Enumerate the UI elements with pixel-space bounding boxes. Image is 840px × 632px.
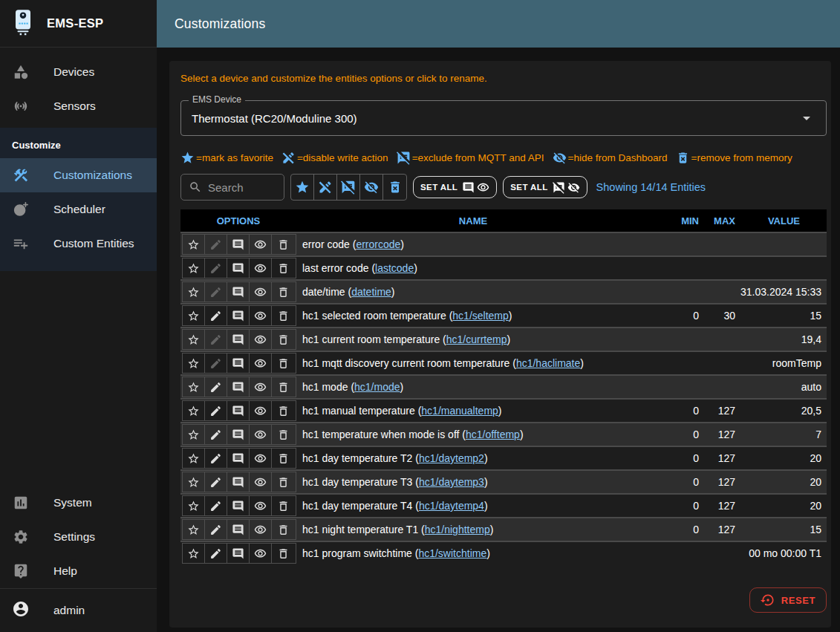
visibility-button[interactable]	[250, 282, 272, 302]
sidebar-item-devices[interactable]: Devices	[0, 55, 157, 89]
edit-icon[interactable]	[205, 449, 227, 468]
delete-button[interactable]	[272, 449, 294, 468]
entity-name[interactable]: hc1 current room temperature (hc1/currte…	[296, 333, 650, 345]
entity-name[interactable]: date/time (datetime)	[296, 286, 650, 298]
entity-shortname-link[interactable]: hc1/seltemp	[452, 310, 508, 322]
favorite-star-button[interactable]	[183, 306, 205, 325]
entity-name[interactable]: hc1 temperature when mode is off (hc1/of…	[296, 429, 650, 440]
delete-button[interactable]	[272, 496, 294, 515]
edit-icon[interactable]	[205, 306, 227, 325]
sidebar-item-system[interactable]: System	[0, 486, 157, 520]
mqtt-button[interactable]	[227, 258, 250, 278]
visibility-button[interactable]	[250, 306, 272, 325]
entity-name[interactable]: hc1 day temperature T3 (hc1/daytemp3)	[296, 476, 650, 488]
edit-icon[interactable]	[205, 425, 227, 444]
search-input[interactable]	[208, 181, 276, 194]
visibility-button[interactable]	[250, 425, 272, 444]
favorite-star-button[interactable]	[183, 544, 205, 563]
entity-shortname-link[interactable]: hc1/currtemp	[446, 333, 507, 345]
favorite-star-button[interactable]	[183, 282, 205, 302]
favorite-star-button[interactable]	[183, 354, 205, 373]
entity-shortname-link[interactable]: hc1/haclimate	[516, 357, 580, 369]
mqtt-button[interactable]	[227, 544, 250, 563]
entity-shortname-link[interactable]: hc1/daytemp4	[419, 500, 484, 512]
entity-name[interactable]: hc1 program switchtime (hc1/switchtime)	[296, 547, 650, 559]
favorite-star-button[interactable]	[183, 496, 205, 515]
edit-icon[interactable]	[205, 235, 227, 254]
mqtt-button[interactable]	[227, 520, 250, 539]
visibility-button[interactable]	[250, 401, 272, 420]
edit-icon[interactable]	[205, 282, 227, 302]
delete-button[interactable]	[272, 425, 294, 444]
entity-shortname-link[interactable]: errorcode	[356, 238, 400, 250]
favorite-star-button[interactable]	[183, 425, 205, 444]
mqtt-button[interactable]	[227, 401, 250, 420]
edit-icon[interactable]	[205, 472, 227, 492]
sidebar-item-admin[interactable]: admin	[0, 589, 157, 632]
delete-button[interactable]	[272, 330, 294, 349]
favorite-star-button[interactable]	[183, 330, 205, 349]
ems-device-select[interactable]: EMS Device Thermostat (RC20/Moduline 300…	[180, 100, 827, 136]
favorite-toggle[interactable]	[291, 175, 314, 200]
visibility-button[interactable]	[250, 235, 272, 254]
visibility-button[interactable]	[250, 330, 272, 349]
entity-shortname-link[interactable]: hc1/manualtemp	[421, 405, 498, 417]
edit-icon[interactable]	[205, 354, 227, 373]
remove-memory-toggle[interactable]	[383, 175, 406, 200]
edit-icon[interactable]	[205, 520, 227, 539]
delete-button[interactable]	[272, 235, 294, 254]
edit-icon[interactable]	[205, 496, 227, 515]
entity-name[interactable]: hc1 night temperature T1 (hc1/nighttemp)	[296, 524, 650, 535]
delete-button[interactable]	[272, 282, 294, 302]
disable-write-toggle[interactable]	[314, 175, 337, 200]
mqtt-button[interactable]	[227, 472, 250, 492]
sidebar-item-help[interactable]: Help	[0, 554, 157, 588]
mqtt-button[interactable]	[227, 425, 250, 444]
mqtt-button[interactable]	[227, 235, 250, 254]
entity-name[interactable]: hc1 day temperature T2 (hc1/daytemp2)	[296, 452, 650, 464]
mqtt-button[interactable]	[227, 496, 250, 515]
visibility-button[interactable]	[250, 449, 272, 468]
delete-button[interactable]	[272, 472, 294, 492]
entity-name[interactable]: error code (errorcode)	[296, 238, 650, 250]
sidebar-item-scheduler[interactable]: Scheduler	[0, 192, 157, 227]
entity-shortname-link[interactable]: hc1/daytemp3	[419, 476, 484, 488]
exclude-mqtt-toggle[interactable]	[337, 175, 360, 200]
visibility-button[interactable]	[250, 472, 272, 492]
entity-name[interactable]: hc1 manual temperature (hc1/manualtemp)	[296, 405, 650, 417]
delete-button[interactable]	[272, 377, 294, 397]
entity-name[interactable]: last error code (lastcode)	[296, 262, 650, 274]
sidebar-item-settings[interactable]: Settings	[0, 520, 157, 554]
entity-shortname-link[interactable]: hc1/daytemp2	[419, 452, 484, 464]
mqtt-button[interactable]	[227, 377, 250, 397]
mqtt-button[interactable]	[227, 306, 250, 325]
entity-name[interactable]: hc1 selected room temperature (hc1/selte…	[296, 310, 650, 322]
set-all-hidden-button[interactable]: SET ALL	[503, 176, 587, 198]
sidebar-item-custom-entities[interactable]: Custom Entities	[0, 227, 157, 261]
mqtt-button[interactable]	[227, 354, 250, 373]
entity-shortname-link[interactable]: hc1/switchtime	[418, 547, 486, 559]
entity-name[interactable]: hc1 day temperature T4 (hc1/daytemp4)	[296, 500, 650, 512]
mqtt-button[interactable]	[227, 330, 250, 349]
visibility-button[interactable]	[250, 496, 272, 515]
entity-name[interactable]: hc1 mode (hc1/mode)	[296, 381, 650, 393]
favorite-star-button[interactable]	[183, 472, 205, 492]
entity-shortname-link[interactable]: hc1/offtemp	[466, 429, 520, 440]
favorite-star-button[interactable]	[183, 449, 205, 468]
entity-shortname-link[interactable]: lastcode	[375, 262, 414, 274]
favorite-star-button[interactable]	[183, 520, 205, 539]
mqtt-button[interactable]	[227, 449, 250, 468]
sidebar-item-sensors[interactable]: Sensors	[0, 89, 157, 123]
delete-button[interactable]	[272, 306, 294, 325]
favorite-star-button[interactable]	[183, 258, 205, 278]
visibility-button[interactable]	[250, 544, 272, 563]
entity-shortname-link[interactable]: hc1/mode	[354, 381, 400, 393]
favorite-star-button[interactable]	[183, 235, 205, 254]
visibility-button[interactable]	[250, 258, 272, 278]
set-all-visible-button[interactable]: SET ALL	[413, 176, 497, 198]
entity-name[interactable]: hc1 mqtt discovery current room temperat…	[296, 357, 650, 369]
edit-icon[interactable]	[205, 544, 227, 563]
visibility-button[interactable]	[250, 377, 272, 397]
visibility-button[interactable]	[250, 520, 272, 539]
delete-button[interactable]	[272, 258, 294, 278]
